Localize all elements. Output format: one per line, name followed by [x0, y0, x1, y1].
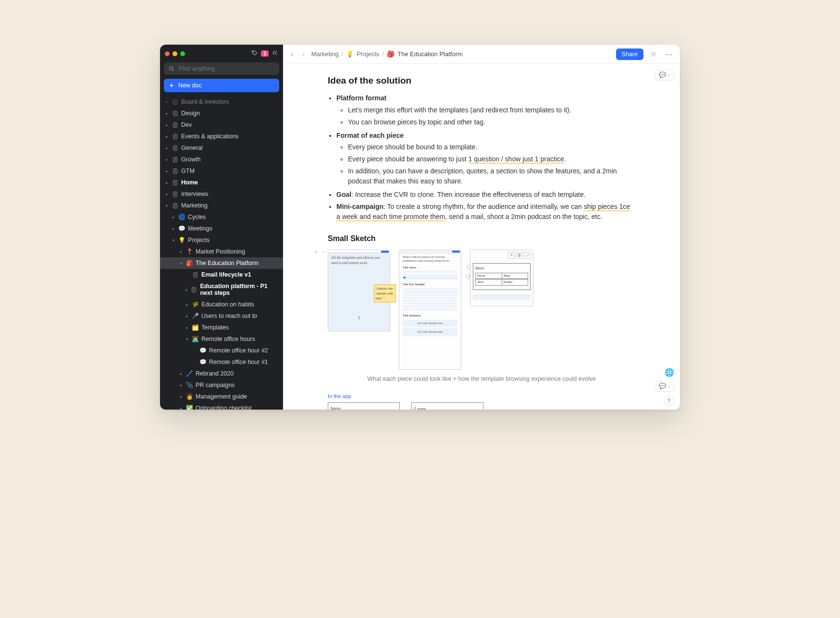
edit-icon[interactable]: ✎ [508, 252, 515, 259]
sidebar-item-education-on-habits[interactable]: ▸🌾Education on habits [160, 299, 283, 310]
close-window-icon[interactable] [165, 51, 170, 56]
sidebar-item-templates[interactable]: ▸🗂️Templates [160, 322, 283, 333]
caret-icon[interactable]: ▸ [179, 383, 183, 387]
sidebar-item-marketing[interactable]: ▾Marketing [160, 200, 283, 211]
caret-icon[interactable]: ▸ [165, 111, 169, 115]
page-icon [172, 179, 178, 186]
caret-icon[interactable] [193, 349, 197, 352]
caret-icon[interactable]: ▾ [185, 337, 189, 341]
sidebar-item-remote-office-hours[interactable]: ▾👩‍💻Remote office hours [160, 333, 283, 345]
sidebar-item-label: Education on habits [201, 301, 254, 308]
caret-icon[interactable]: ▾ [179, 261, 183, 265]
sidebar-item-rebrand-2020[interactable]: ▸🖊️Rebrand 2020 [160, 368, 283, 379]
page-icon [192, 271, 198, 278]
sidebar-item-cycles[interactable]: ▸🌀Cycles [160, 211, 283, 223]
caret-icon[interactable]: ▸ [179, 250, 183, 254]
sidebar-item-label: Projects [188, 237, 210, 243]
sidebar-item-board-investors[interactable]: ▸Board & Investors [160, 96, 283, 108]
sidebar-item-remote-office-hour-1[interactable]: 💬Remote office hour #1 [160, 356, 283, 368]
sidebar-item-users-to-reach-out-to[interactable]: ▸🎤Users to reach out to [160, 310, 283, 322]
more-button[interactable]: ⋯ [663, 48, 674, 61]
sidebar-item-projects[interactable]: ▾💡Projects [160, 234, 283, 246]
bullet-platform-format: Platform format [336, 94, 386, 102]
collapse-sidebar-icon[interactable] [272, 49, 278, 58]
sidebar-item-market-positioning[interactable]: ▸📍Market Positioning [160, 246, 283, 257]
caret-icon[interactable]: ▸ [165, 123, 169, 127]
sidebar-item-growth[interactable]: ▸Growth [160, 154, 283, 165]
block-handle-icon[interactable]: ≡ ↔ [314, 248, 327, 256]
caret-icon[interactable]: ▸ [179, 372, 183, 376]
traffic-lights[interactable] [165, 51, 185, 56]
emoji-icon: 💬 [199, 359, 206, 365]
caret-icon[interactable]: ▸ [165, 146, 169, 150]
star-button[interactable]: ☆ [648, 48, 658, 61]
sidebar-item-label: The Education Platform [196, 260, 259, 267]
sidebar-item-remote-office-hour-2[interactable]: 💬Remote office hour #2 [160, 345, 283, 356]
sidebar-item-management-guide[interactable]: ▸👩Management guide [160, 391, 283, 402]
caret-icon[interactable]: ▸ [172, 227, 175, 230]
expand-icon[interactable]: ⤢ [524, 252, 531, 259]
sidebar-item-dev[interactable]: ▸Dev [160, 119, 283, 131]
heading-idea: Idea of the solution [328, 73, 635, 87]
sidebar-item-general[interactable]: ▸General [160, 142, 283, 154]
caret-icon[interactable]: ▸ [165, 100, 169, 104]
crumb-projects[interactable]: Projects [357, 50, 379, 58]
sidebar-item-gtm[interactable]: ▸GTM [160, 165, 283, 177]
sidebar-item-email-lifecycle-v1[interactable]: Email lifecycle v1 [160, 269, 283, 280]
caret-icon[interactable]: ▸ [185, 314, 189, 318]
maximize-window-icon[interactable] [180, 51, 185, 56]
caret-icon[interactable]: ▾ [172, 238, 175, 242]
caret-icon[interactable]: ▸ [172, 215, 175, 219]
caret-icon[interactable]: ▸ [165, 181, 169, 184]
sidebar-item-label: General [181, 145, 202, 151]
tag-icon[interactable] [251, 49, 258, 58]
search-field[interactable] [179, 65, 274, 72]
new-doc-button[interactable]: New doc [164, 79, 279, 92]
caret-icon[interactable] [185, 273, 189, 277]
caret-icon[interactable]: ▸ [165, 169, 169, 173]
comment-marker-bottom[interactable]: 💬 ↓ [655, 381, 674, 391]
page-icon [172, 133, 178, 140]
share-button[interactable]: Share [616, 48, 643, 60]
search-input[interactable] [164, 62, 279, 75]
caret-icon[interactable]: ▾ [165, 204, 169, 207]
sidebar-item-label: Interviews [181, 191, 208, 197]
sidebar-item-education-platform-p1-next-steps[interactable]: ▸Education platform - P1 next steps [160, 280, 283, 299]
caret-icon[interactable]: ▸ [185, 288, 188, 291]
sidebar-item-label: Onboarding checklist [196, 405, 252, 410]
emoji-icon: 📎 [186, 382, 193, 388]
heading-sketch: Small Sketch [328, 233, 635, 245]
sticky-note: ? Maybe only organize with tags? [374, 284, 396, 303]
sidebar-item-the-education-platform[interactable]: ▾🎒The Education Platform [160, 257, 283, 269]
caret-icon[interactable]: ▸ [165, 192, 169, 196]
globe-icon[interactable]: 🌐 [665, 368, 674, 377]
back-button[interactable]: ‹ [289, 48, 295, 61]
emoji-icon: 👩‍💻 [192, 336, 198, 342]
sidebar-tree[interactable]: ▸Board & Investors▸Design▸Dev▸Events & a… [160, 96, 283, 410]
sidebar-item-onboarding-checklist[interactable]: ▸✅Onboarding checklist [160, 402, 283, 410]
sidebar-item-label: GTM [181, 168, 195, 174]
caret-icon[interactable] [193, 360, 197, 364]
help-button[interactable]: ? [664, 395, 674, 406]
caret-icon[interactable]: ▸ [179, 406, 183, 410]
sidebar-item-events-applications[interactable]: ▸Events & applications [160, 131, 283, 142]
caret-icon[interactable]: ▸ [165, 158, 169, 161]
sidebar-item-pr-campaigns[interactable]: ▸📎PR campaigns [160, 379, 283, 391]
caret-icon[interactable]: ▸ [179, 395, 183, 399]
sidebar-item-label: Growth [181, 156, 200, 163]
crumb-marketing[interactable]: Marketing [311, 50, 339, 58]
caret-icon[interactable]: ▸ [165, 134, 169, 138]
sidebar-item-home[interactable]: ▸Home [160, 177, 283, 188]
sidebar-item-design[interactable]: ▸Design [160, 108, 283, 119]
notification-badge[interactable]: 1 [261, 50, 269, 57]
doc-content[interactable]: 💬 ↑ Idea of the solution Platform format… [283, 64, 680, 410]
comment-marker-top[interactable]: 💬 ↑ [655, 70, 674, 80]
caret-icon[interactable]: ▸ [185, 326, 189, 329]
trash-icon[interactable]: 🗑 [516, 252, 523, 259]
crumb-current[interactable]: The Education Platform [397, 50, 463, 58]
forward-button[interactable]: › [300, 48, 306, 61]
sidebar-item-interviews[interactable]: ▸Interviews [160, 188, 283, 200]
caret-icon[interactable]: ▸ [185, 303, 189, 306]
minimize-window-icon[interactable] [173, 51, 177, 56]
sidebar-item-meetings[interactable]: ▸💬Meetings [160, 223, 283, 234]
